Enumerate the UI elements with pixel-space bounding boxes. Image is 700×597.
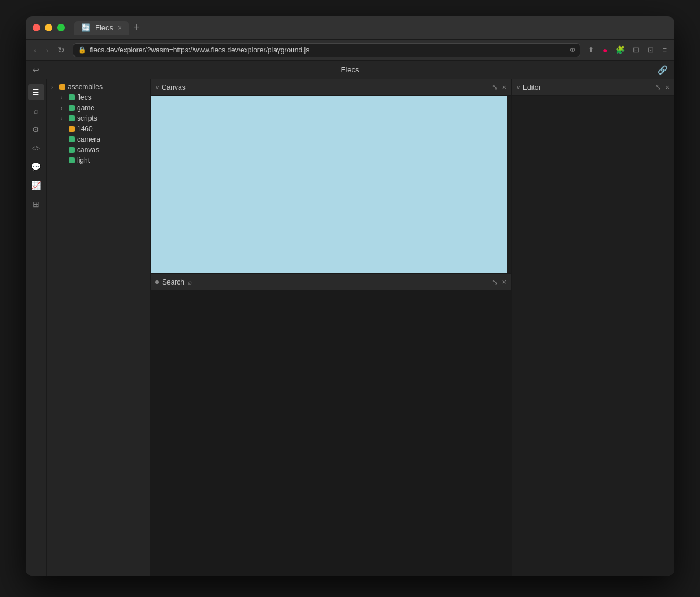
editor-panel-controls: ⤡ ×	[655, 83, 670, 92]
tree-node-dot	[69, 105, 75, 111]
tree-label-game: game	[77, 104, 94, 112]
tree-node-dot	[69, 115, 75, 121]
comment-icon: 💬	[31, 162, 41, 171]
window-controls	[33, 24, 65, 31]
new-tab-button[interactable]: +	[131, 22, 142, 34]
shields-button[interactable]: ●	[600, 44, 610, 57]
sidebar-icon-settings[interactable]: ⚙	[28, 121, 44, 138]
gear-icon: ⚙	[32, 125, 40, 134]
editor-chevron-icon: ∨	[516, 84, 520, 90]
editor-expand-icon[interactable]: ⤡	[655, 83, 662, 92]
editor-close-icon[interactable]: ×	[665, 83, 670, 92]
tree-item-flecs[interactable]: › flecs	[56, 92, 150, 103]
content-area: ∨ Canvas ⤡ × Search ⌕	[150, 79, 511, 576]
canvas-panel: ∨ Canvas ⤡ ×	[150, 79, 511, 274]
canvas-chevron-icon: ∨	[155, 84, 159, 90]
canvas-panel-title-group: ∨ Canvas	[155, 83, 186, 92]
tab-favicon: 🔄	[81, 23, 90, 33]
tab-close-button[interactable]: ×	[118, 24, 122, 31]
search-close-icon[interactable]: ×	[502, 278, 506, 286]
search-panel-controls: ⤡ ×	[492, 278, 506, 286]
chevron-right-icon: ›	[61, 94, 66, 101]
lock-icon: 🔒	[78, 46, 86, 54]
tree-node-dot	[69, 94, 75, 100]
tree-label-camera: camera	[77, 135, 100, 143]
chevron-right-icon: ›	[51, 84, 57, 90]
tree-label-scripts: scripts	[77, 114, 97, 122]
extensions-icon[interactable]: 🧩	[612, 44, 628, 56]
search-panel: Search ⌕ ⤡ ×	[150, 274, 511, 576]
sidebar-toggle-icon[interactable]: ⊡	[645, 44, 657, 56]
canvas-close-icon[interactable]: ×	[502, 83, 506, 92]
canvas-panel-title: Canvas	[162, 83, 186, 92]
maximize-button[interactable]	[57, 24, 65, 31]
editor-panel-title: Editor	[523, 83, 541, 92]
search-expand-icon[interactable]: ⤡	[492, 278, 498, 286]
tree-node-dot	[69, 147, 75, 153]
code-brackets-icon: </>	[32, 145, 41, 152]
canvas-expand-icon[interactable]: ⤡	[492, 83, 498, 92]
editor-cursor	[514, 100, 514, 108]
shield-icon: ⊕	[570, 46, 575, 54]
address-text: flecs.dev/explorer/?wasm=https://www.fle…	[90, 46, 566, 54]
tree-item-canvas[interactable]: › canvas	[56, 145, 150, 155]
sidebar-icon-search[interactable]: ⌕	[28, 103, 44, 119]
canvas-viewport	[150, 96, 508, 273]
search-icon-glyph: ⌕	[188, 278, 192, 286]
tree-label-light: light	[77, 156, 90, 164]
tree-item-light[interactable]: › light	[56, 155, 150, 166]
sidebar-icon-menu[interactable]: ☰	[28, 84, 44, 100]
search-panel-header: Search ⌕ ⤡ ×	[150, 274, 511, 290]
minimize-button[interactable]	[45, 24, 52, 31]
tree-node-dot	[60, 84, 65, 90]
tree-item-assemblies[interactable]: › assemblies	[47, 82, 150, 92]
editor-panel-title-group: ∨ Editor	[516, 83, 541, 92]
editor-panel: ∨ Editor ⤡ ×	[511, 79, 674, 576]
app-back-icon[interactable]: ↩	[33, 65, 40, 75]
close-button[interactable]	[33, 24, 40, 31]
tree-item-game[interactable]: › game	[56, 103, 150, 113]
sidebar-icon-chart[interactable]: 📈	[28, 177, 44, 194]
editor-panel-header: ∨ Editor ⤡ ×	[512, 79, 674, 96]
sidebar-icon-chat[interactable]: 💬	[28, 159, 44, 175]
menu-icon[interactable]: ≡	[659, 44, 670, 56]
search-status-dot	[155, 280, 159, 284]
chart-line-icon: 📈	[31, 181, 41, 190]
chevron-right-icon: ›	[61, 115, 66, 122]
nav-right-icons: ⬆ ● 🧩 ⊡ ⊡ ≡	[585, 44, 670, 57]
tree-label-1460: 1460	[77, 125, 93, 133]
search-panel-title: Search	[162, 278, 184, 286]
back-button[interactable]: ‹	[30, 43, 40, 57]
tab-bar: 🔄 Flecs × +	[74, 21, 667, 35]
tree-node-dot	[69, 126, 75, 132]
main-layout: ☰ ⌕ ⚙ </> 💬 📈 ⊞ ›	[26, 79, 674, 576]
app-header: ↩ Flecs 🔗	[26, 61, 674, 79]
sidebar-icon-table[interactable]: ⊞	[28, 196, 44, 212]
active-tab[interactable]: 🔄 Flecs ×	[74, 21, 129, 35]
tab-title: Flecs	[95, 23, 113, 32]
tree-item-camera[interactable]: › camera	[56, 134, 150, 145]
sidebar-icon-code[interactable]: </>	[28, 140, 44, 156]
search-body	[150, 290, 511, 576]
address-bar[interactable]: 🔒 flecs.dev/explorer/?wasm=https://www.f…	[73, 43, 580, 57]
tree-label-canvas: canvas	[77, 146, 99, 154]
tree-panel: › assemblies › flecs › game › scripts	[47, 79, 150, 576]
os-window: 🔄 Flecs × + ‹ › ↻ 🔒 flecs.dev/explorer/?…	[26, 16, 674, 576]
search-magnify-icon: ⌕	[34, 106, 38, 115]
tree-item-1460[interactable]: › 1460	[56, 124, 150, 134]
tree-node-dot	[69, 136, 75, 142]
tree-node-dot	[69, 157, 75, 163]
editor-body[interactable]	[512, 96, 674, 576]
sidebar-icon-strip: ☰ ⌕ ⚙ </> 💬 📈 ⊞	[26, 79, 47, 576]
tree-item-scripts[interactable]: › scripts	[56, 113, 150, 124]
title-bar: 🔄 Flecs × +	[26, 16, 674, 40]
chevron-right-icon: ›	[61, 105, 66, 111]
share-icon[interactable]: ⬆	[585, 44, 597, 56]
tree-label-assemblies: assemblies	[68, 83, 103, 91]
grid-icon: ⊞	[33, 199, 40, 209]
search-panel-title-group: Search ⌕	[155, 278, 192, 286]
app-link-icon[interactable]: 🔗	[657, 65, 667, 75]
reload-button[interactable]: ↻	[54, 43, 68, 57]
window-controls-icon[interactable]: ⊡	[630, 44, 642, 56]
forward-button[interactable]: ›	[43, 43, 52, 57]
